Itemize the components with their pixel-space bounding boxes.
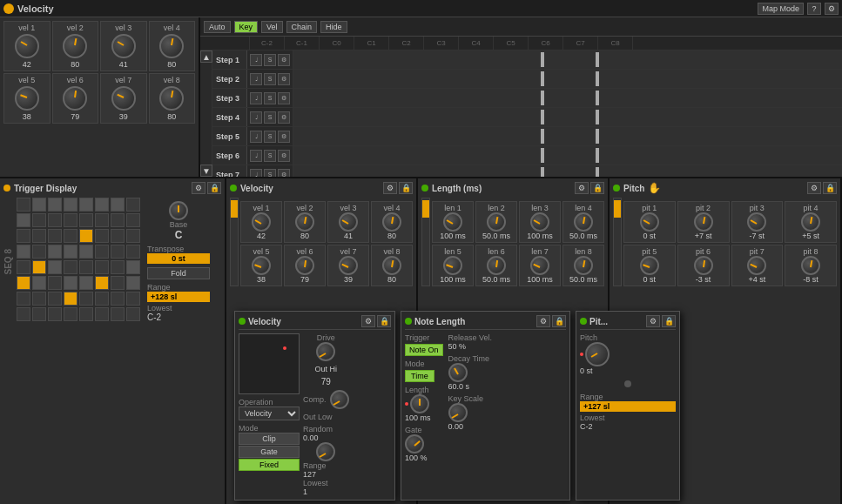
- help-button[interactable]: ?: [807, 3, 821, 15]
- vel-mod-lock-icon[interactable]: 🔒: [399, 182, 413, 194]
- trig-cell-5-7[interactable]: [126, 276, 140, 290]
- vel-knob-4[interactable]: [159, 34, 184, 58]
- pit-module-grid-knob-6[interactable]: [747, 256, 766, 275]
- base-knob[interactable]: [169, 201, 188, 220]
- step-piano-3[interactable]: [293, 89, 842, 107]
- trig-cell-5-6[interactable]: [111, 276, 125, 290]
- pitch-overlay-lock[interactable]: 🔒: [662, 315, 676, 327]
- note-len-lock[interactable]: 🔒: [552, 315, 566, 327]
- trig-cell-6-1[interactable]: [32, 292, 46, 306]
- vel-knob-8[interactable]: [159, 86, 184, 111]
- settings-button[interactable]: ⚙: [825, 3, 839, 15]
- step-piano-4[interactable]: [293, 108, 842, 126]
- step-piano-2[interactable]: [293, 70, 842, 88]
- trig-cell-0-0[interactable]: [17, 198, 30, 212]
- trig-cell-7-0[interactable]: [17, 307, 30, 321]
- vel-module-grid-knob-7[interactable]: [382, 256, 401, 275]
- trig-cell-4-3[interactable]: [64, 260, 77, 274]
- step-gear-btn-7[interactable]: ⚙: [278, 169, 290, 178]
- vel-overlay-settings[interactable]: ⚙: [361, 315, 375, 327]
- trig-cell-6-3[interactable]: [64, 292, 77, 306]
- step-gear-btn-5[interactable]: ⚙: [278, 131, 290, 143]
- trig-cell-5-0[interactable]: [17, 276, 30, 290]
- len-module-grid-knob-3[interactable]: [574, 212, 593, 232]
- vel-mod-settings-icon[interactable]: ⚙: [383, 182, 397, 194]
- step-note-btn-4[interactable]: ♩: [250, 111, 262, 124]
- trig-cell-2-5[interactable]: [95, 229, 109, 243]
- trig-cell-7-5[interactable]: [95, 307, 109, 321]
- trig-cell-6-0[interactable]: [17, 292, 30, 306]
- trig-cell-0-5[interactable]: [95, 198, 109, 212]
- scroll-down-arrow[interactable]: ▼: [200, 165, 212, 177]
- trig-cell-3-2[interactable]: [48, 245, 62, 259]
- random-knob[interactable]: [316, 442, 335, 461]
- pit-module-grid-knob-7[interactable]: [801, 256, 820, 275]
- trig-cell-1-3[interactable]: [64, 213, 77, 227]
- drive-knob[interactable]: [316, 342, 335, 361]
- trig-cell-5-2[interactable]: [48, 276, 62, 290]
- transpose-value[interactable]: 0 st: [147, 253, 210, 264]
- trig-cell-4-1[interactable]: [32, 260, 46, 274]
- trig-cell-1-1[interactable]: [32, 213, 46, 227]
- vel-pad[interactable]: [239, 333, 300, 394]
- trig-cell-2-7[interactable]: [126, 229, 140, 243]
- trig-cell-7-1[interactable]: [32, 307, 46, 321]
- vel-module-grid-knob-6[interactable]: [339, 256, 358, 275]
- len-module-grid-knob-7[interactable]: [574, 256, 593, 275]
- trig-cell-6-4[interactable]: [79, 292, 93, 306]
- trig-cell-6-2[interactable]: [48, 292, 62, 306]
- pit-mod-lock-icon[interactable]: 🔒: [823, 182, 837, 194]
- trig-cell-3-7[interactable]: [126, 245, 140, 259]
- trig-cell-1-0[interactable]: [17, 213, 30, 227]
- pit-module-grid-knob-1[interactable]: [694, 212, 713, 232]
- pit-module-scroll[interactable]: [613, 198, 622, 286]
- step-s-btn-2[interactable]: S: [264, 73, 276, 85]
- vel-button[interactable]: Vel: [261, 21, 283, 33]
- length-knob[interactable]: [410, 394, 429, 413]
- hide-button[interactable]: Hide: [320, 21, 347, 33]
- len-module-grid-knob-5[interactable]: [487, 256, 506, 275]
- step-s-btn-5[interactable]: S: [264, 131, 276, 143]
- vel-module-grid-knob-3[interactable]: [382, 212, 401, 232]
- step-gear-btn-6[interactable]: ⚙: [278, 150, 290, 162]
- trig-cell-3-3[interactable]: [64, 245, 77, 259]
- step-note-btn-6[interactable]: ♩: [250, 150, 262, 162]
- trig-cell-0-6[interactable]: [111, 198, 125, 212]
- vel-knob-5[interactable]: [15, 86, 39, 111]
- comp-knob[interactable]: [330, 390, 349, 409]
- vel-knob-6[interactable]: [63, 86, 87, 111]
- step-s-btn-4[interactable]: S: [264, 111, 276, 124]
- vel-module-scroll[interactable]: [230, 198, 239, 286]
- pitch-range-value[interactable]: +127 sl: [580, 401, 676, 412]
- step-piano-1[interactable]: [293, 50, 842, 69]
- fixed-btn[interactable]: Fixed: [239, 459, 300, 471]
- trig-cell-5-5[interactable]: [95, 276, 109, 290]
- note-len-settings[interactable]: ⚙: [536, 315, 550, 327]
- decay-knob[interactable]: [448, 363, 468, 382]
- range-value[interactable]: +128 sl: [147, 292, 210, 302]
- pitch-hand-icon[interactable]: ✋: [648, 182, 661, 194]
- step-piano-5[interactable]: [293, 127, 842, 145]
- trig-cell-1-7[interactable]: [126, 213, 140, 227]
- trig-cell-7-6[interactable]: [111, 307, 125, 321]
- trig-cell-5-3[interactable]: [64, 276, 77, 290]
- trig-cell-0-4[interactable]: [79, 198, 93, 212]
- trig-cell-7-2[interactable]: [48, 307, 62, 321]
- vel-knob-3[interactable]: [111, 34, 136, 58]
- trig-cell-4-2[interactable]: [48, 260, 62, 274]
- trig-cell-4-7[interactable]: [126, 260, 140, 274]
- trig-cell-7-4[interactable]: [79, 307, 93, 321]
- vel-module-grid-knob-4[interactable]: [252, 256, 271, 275]
- trig-cell-4-4[interactable]: [79, 260, 93, 274]
- trig-cell-3-0[interactable]: [17, 245, 30, 259]
- step-s-btn-1[interactable]: S: [264, 54, 276, 66]
- trig-cell-2-3[interactable]: [64, 229, 77, 243]
- trig-cell-3-6[interactable]: [111, 245, 125, 259]
- pitch-overlay-knob[interactable]: [585, 342, 610, 366]
- step-note-btn-7[interactable]: ♩: [250, 169, 262, 178]
- auto-button[interactable]: Auto: [204, 21, 231, 33]
- pitch-overlay-settings[interactable]: ⚙: [646, 315, 660, 327]
- trig-cell-0-1[interactable]: [32, 198, 46, 212]
- step-s-btn-6[interactable]: S: [264, 150, 276, 162]
- trig-cell-3-1[interactable]: [32, 245, 46, 259]
